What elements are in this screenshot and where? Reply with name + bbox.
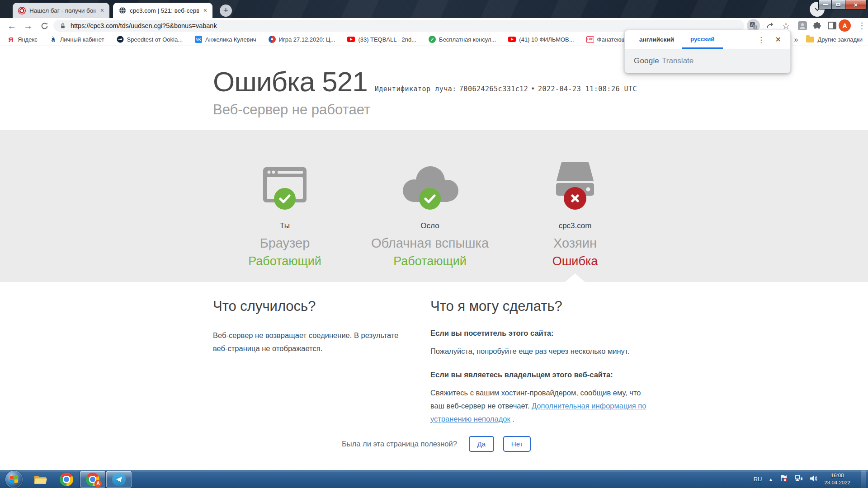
status-name: cpc3.com [494,221,656,230]
status-ok-badge [419,188,441,210]
section-body: Веб-сервер не возвращает соединение. В р… [213,329,412,355]
error-page: Ошибка 521 Идентификатор луча:700624265c… [0,47,868,470]
ray-id-line: Идентификатор луча:700624265c331c12•2022… [375,85,640,93]
yandex-icon: Я [7,36,14,43]
bookmark-consult[interactable]: ✓ Бесплатная консул... [429,36,496,43]
system-tray: RU ▲ 16:08 23.04.2022 [754,470,868,488]
tab-title: cpc3.com | 521: веб-сервер не р [130,7,199,14]
taskbar-explorer-button[interactable] [27,471,53,488]
translate-brand-label: Translate [662,56,693,66]
bookmark-teqball[interactable]: (33) TEQBALL - 2nd... [347,36,416,43]
other-bookmarks-button[interactable]: Другие закладки [806,36,863,43]
taskbar-chrome-profile-button[interactable]: A [80,471,106,488]
profile-badge: A [94,480,102,487]
translate-tab-russian[interactable]: русский [682,30,723,49]
browser-menu-button[interactable]: ⋮ [855,19,868,32]
bookmark-films[interactable]: (41) 10 ФИЛЬМОВ... [508,36,574,43]
new-tab-button[interactable]: + [220,5,232,17]
url-text: https://cpc3.com/tds/uudsen.cgi?5&bonus=… [71,22,217,29]
extension-avatar-button[interactable] [796,19,809,32]
restore-button[interactable] [832,0,845,9]
bookmark-label: Бесплатная консул... [439,36,496,43]
forward-button[interactable]: → [22,19,34,32]
extension-user-icon [797,21,807,31]
tray-expand-icon[interactable]: ▲ [769,477,773,482]
minimize-button[interactable] [818,0,832,9]
action-center-flag-icon[interactable] [779,474,788,484]
taskbar-clock[interactable]: 16:08 23.04.2022 [824,472,850,486]
close-button[interactable]: × [845,0,867,9]
bookmark-vk[interactable]: VK Анжелика Кулевич [195,36,256,43]
translate-close-button[interactable]: ✕ [775,35,781,44]
side-panel-button[interactable] [826,19,839,32]
bookmark-yandex[interactable]: Я Яндекс [7,36,38,43]
tab-close-icon[interactable]: × [99,7,106,14]
feedback-row: Была ли эта страница полезной? Да Нет [342,436,531,452]
bookmarks-overflow-button[interactable]: » [794,36,798,44]
green-check-icon: ✓ [429,36,436,43]
translate-popup: английский русский ⋮ ✕ Google Translate [624,30,791,73]
globe-favicon [118,7,126,14]
bookmarks-right-group: » Другие закладки [794,33,863,46]
status-error-badge [564,187,586,210]
extensions-button[interactable] [811,19,824,32]
translate-icon: A文 [750,22,758,30]
folder-icon [806,37,814,42]
bookmark-label: Speedtest от Ookla... [127,36,183,43]
bookmark-personal-account[interactable]: à Личный кабинет [50,36,104,43]
status-role: Хозяин [494,236,656,251]
bookmark-label: Яндекс [18,36,38,43]
youtube-icon [508,37,516,42]
window-controls: × [818,0,867,9]
what-happened-section: Что случилось? Веб-сервер не возвращает … [213,298,412,368]
taskbar-chrome-button[interactable] [53,471,80,488]
youtube-icon [347,37,355,42]
check-icon [279,194,291,203]
bookmark-label: Личный кабинет [60,36,104,43]
status-role: Браузер [203,236,366,251]
section-heading: Что случилось? [213,298,412,314]
status-ok-badge [274,188,296,210]
personal-account-icon: à [50,36,57,43]
status-name: Ты [203,221,366,230]
back-button[interactable]: ← [5,19,18,32]
page-title: Ошибка 521 [213,66,368,98]
network-icon[interactable] [794,475,803,484]
owner-label: Если вы являетесь владельцем этого веб-с… [430,371,653,379]
feedback-no-button[interactable]: Нет [503,436,531,452]
casino-favicon [18,7,26,14]
profile-avatar[interactable]: A [839,19,851,32]
timestamp: 2022-04-23 11:08:26 UTC [538,85,637,93]
status-role: Облачная вспышка [349,236,511,251]
bookmark-game[interactable]: Игра 27.12.2020: Ц... [269,36,335,43]
browser-tab-2[interactable]: cpc3.com | 521: веб-сервер не р × [113,3,212,18]
feedback-yes-button[interactable]: Да [469,436,494,452]
reload-button[interactable] [38,19,51,32]
puzzle-icon [813,21,822,30]
side-panel-icon [828,22,836,29]
translate-options-button[interactable]: ⋮ [757,35,765,45]
chrome-icon [60,473,73,486]
volume-icon[interactable] [810,475,817,484]
status-column-browser: Ты Браузер Работающий [203,155,366,268]
page-subtitle: Веб-сервер не работает [213,102,370,118]
translate-popup-footer: Google Translate [625,49,790,73]
translate-tab-english[interactable]: английский [631,30,682,49]
status-band: Ты Браузер Работающий Осло [0,130,868,282]
section-heading: Что я могу сделать? [430,298,653,314]
bookmark-speedtest[interactable]: Speedtest от Ookla... [117,36,183,43]
start-button[interactable] [5,471,23,488]
taskbar-telegram-button[interactable] [106,471,132,488]
browser-titlebar: Нашел баг - получи бонус! - Фо × cpc3.co… [0,0,868,18]
bookmark-label: Анжелика Кулевич [205,36,256,43]
clock-date: 23.04.2022 [824,479,850,487]
show-desktop-button[interactable] [861,470,866,488]
error-pointer-notch [565,273,585,282]
life-icon: LIFE [586,36,594,43]
browser-tab-1[interactable]: Нашел баг - получи бонус! - Фо × [13,3,109,18]
translate-popup-header: английский русский ⋮ ✕ [625,30,790,49]
status-name: Осло [349,221,511,230]
tab-close-icon[interactable]: × [202,7,209,14]
owner-body: Свяжитесь с вашим хостинг-провайдером, с… [430,386,653,426]
keyboard-language-indicator[interactable]: RU [754,476,762,483]
